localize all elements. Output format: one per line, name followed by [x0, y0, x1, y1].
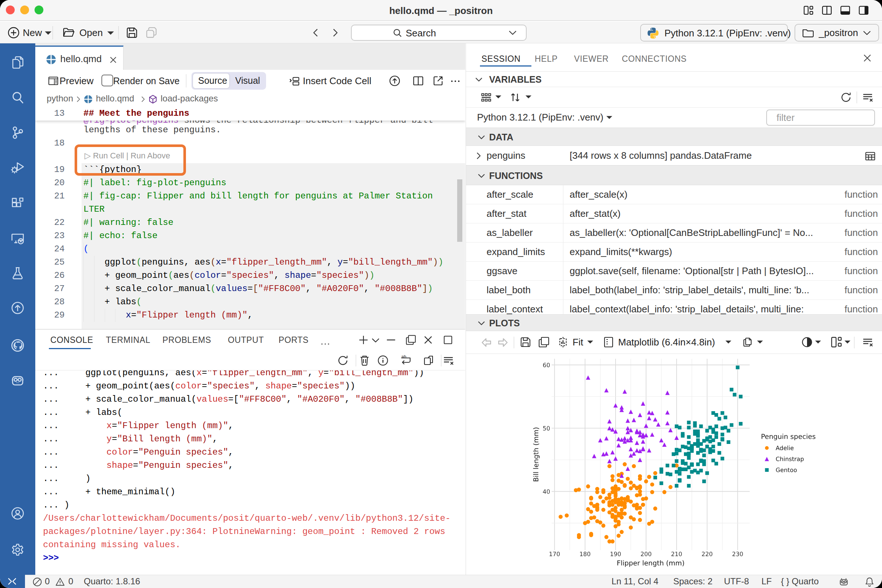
svg-text:ab: ab	[401, 355, 406, 359]
